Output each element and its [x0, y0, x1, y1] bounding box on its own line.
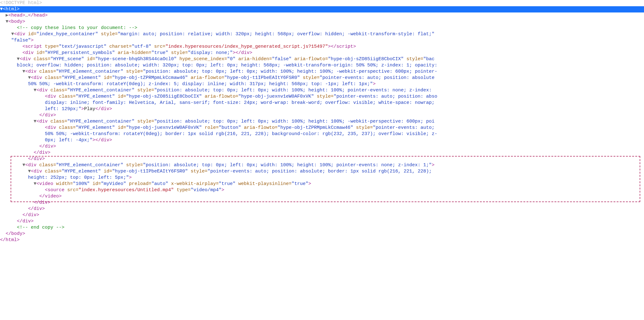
expand-arrow-icon[interactable]: ▼ — [34, 119, 36, 125]
expand-arrow-icon[interactable]: ▼ — [17, 56, 20, 62]
code-line[interactable]: <script type="text/javascript" charset="… — [0, 44, 644, 50]
code-line[interactable]: </div> — [0, 212, 644, 218]
code-line[interactable]: </body> — [0, 231, 644, 237]
code-line[interactable]: </div> — [0, 156, 644, 162]
collapse-arrow-icon[interactable]: ▶ — [6, 12, 8, 19]
code-line[interactable]: ▼<div class="HYPE_element_container" sty… — [0, 162, 644, 168]
code-line-wrap[interactable]: 50% 50%; -webkit-transform: rotateY(0deg… — [0, 81, 644, 87]
code-line-wrap[interactable]: "false"> — [0, 37, 644, 44]
code-line[interactable]: ▼<body> — [0, 19, 644, 25]
code-line[interactable]: </html> — [0, 237, 644, 243]
selected-line[interactable]: ▼<html> — [0, 6, 644, 12]
text-play: Play — [84, 106, 95, 112]
expand-arrow-icon[interactable]: ▼ — [6, 19, 8, 25]
code-line[interactable]: <!-- end copy --> — [0, 225, 644, 231]
code-line-wrap[interactable]: left: 129px;">Play</div> — [0, 106, 644, 112]
expand-arrow-icon[interactable]: ▼ — [28, 168, 31, 175]
code-line[interactable]: ▼<div class="HYPE_scene" id="hype-scene-… — [0, 56, 644, 62]
code-line[interactable]: </div> — [0, 200, 644, 206]
expand-arrow-icon[interactable]: ▼ — [28, 75, 31, 81]
code-line[interactable]: </div> — [0, 218, 644, 225]
code-line[interactable]: ▼<div class="HYPE_element_container" sty… — [0, 69, 644, 75]
code-line-wrap[interactable]: display: inline; font-family: Helvetica,… — [0, 100, 644, 106]
code-line[interactable]: <div class="HYPE_element" id="hype-obj-j… — [0, 125, 644, 131]
comment-text: <!-- end copy --> — [17, 225, 64, 230]
code-line-wrap[interactable]: height: 252px; top: 0px; left: 5px;"> — [0, 175, 644, 181]
body-close-tag: </body> — [6, 231, 25, 236]
code-line[interactable]: ▶<head>…</head> — [0, 12, 644, 19]
doctype-text: <!DOCTYPE html> — [0, 0, 42, 6]
code-line[interactable]: <source src="index.hyperesources/Untitle… — [0, 187, 644, 193]
code-line[interactable]: </video> — [0, 193, 644, 200]
code-line[interactable]: ▼<div class="HYPE_element" id="hype-obj-… — [0, 168, 644, 175]
code-line-wrap[interactable]: block; overflow: hidden; position: absol… — [0, 62, 644, 69]
code-line[interactable]: <!-- copy these lines to your document: … — [0, 25, 644, 31]
code-line[interactable]: <div id="HYPE_persistent_symbols" aria-h… — [0, 50, 644, 56]
expand-arrow-icon[interactable]: ▼ — [22, 162, 25, 168]
code-line[interactable]: </div> — [0, 206, 644, 212]
code-line[interactable]: ▼<div class="HYPE_element_container" sty… — [0, 119, 644, 125]
html-close-tag: </html> — [0, 237, 20, 243]
code-line[interactable]: </div> — [0, 143, 644, 150]
html-open-tag: <html> — [3, 7, 20, 12]
code-line[interactable]: ▼<div class="HYPE_element" id="hype-obj-… — [0, 75, 644, 81]
body-open-tag: <body> — [8, 19, 25, 24]
code-line[interactable]: <!DOCTYPE html> — [0, 0, 644, 6]
code-line[interactable]: </div> — [0, 150, 644, 156]
ellipsis: … — [25, 13, 28, 18]
comment-text: <!-- copy these lines to your document: … — [17, 25, 137, 31]
expand-arrow-icon[interactable]: ▼ — [34, 87, 36, 94]
head-open-tag: <head> — [8, 13, 25, 18]
dom-inspector[interactable]: <!DOCTYPE html> ▼<html> ▶<head>…</head> … — [0, 0, 644, 243]
head-close-tag: </head> — [28, 13, 48, 18]
expand-arrow-icon[interactable]: ▼ — [22, 69, 25, 75]
code-line[interactable]: ▼<div id="index_hype_container" style="m… — [0, 31, 644, 37]
code-line[interactable]: ▼<div class="HYPE_element_container" sty… — [0, 87, 644, 94]
expand-arrow-icon[interactable]: ▼ — [11, 31, 14, 37]
code-line[interactable]: <div class="HYPE_element" id="hype-obj-s… — [0, 94, 644, 100]
code-line-wrap[interactable]: 0px; left: -4px;"></div> — [0, 137, 644, 143]
code-line[interactable]: ▼<video width="100%" id="myVideo" preloa… — [0, 181, 644, 187]
code-line[interactable]: </div> — [0, 112, 644, 119]
expand-arrow-icon[interactable]: ▼ — [0, 6, 3, 12]
expand-arrow-icon[interactable]: ▼ — [34, 181, 36, 187]
code-line-wrap[interactable]: 50% 50%; -webkit-transform: rotateY(0deg… — [0, 131, 644, 137]
